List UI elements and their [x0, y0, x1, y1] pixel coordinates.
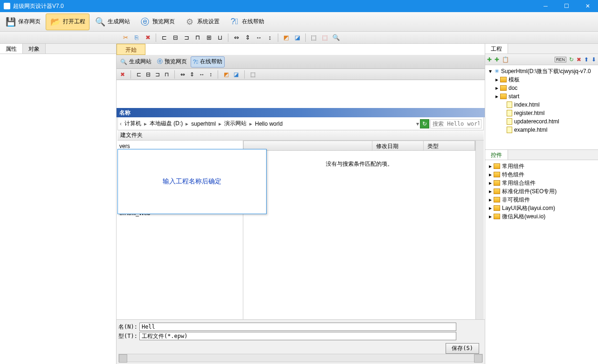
search-small-icon[interactable]: 🔍	[332, 34, 340, 42]
align-left-icon[interactable]: ⊏	[160, 34, 168, 42]
save-dialog-button[interactable]: 保存(S)	[446, 343, 479, 354]
tab-objects[interactable]: 对象	[23, 44, 46, 54]
tab-properties[interactable]: 属性	[0, 44, 23, 54]
help-icon: ?⃝	[229, 16, 240, 27]
generate-site-button[interactable]: 🔍 生成网站	[90, 13, 134, 30]
left-panel: 属性 对象	[0, 44, 117, 364]
filetype-select[interactable]	[139, 332, 456, 340]
breadcrumb-back-icon[interactable]: ‹	[120, 121, 122, 127]
inner-preview-button[interactable]: ⓔ预览网页	[155, 56, 189, 67]
inner-toolbar: 🔍生成网站 ⓔ预览网页 ?⃝在线帮助	[117, 55, 485, 69]
sub-toolbar: ✂ ⎘ ✖ ⊏ ⊟ ⊐ ⊓ ⊞ ⊔ ⇔ ⇕ ↔ ↕ ◩ ◪ ⬚ ⬚ 🔍	[0, 32, 598, 44]
bring-front-icon[interactable]: ◩	[282, 34, 290, 42]
add-icon[interactable]: ✚	[487, 56, 492, 63]
horizontal-scrollbar[interactable]	[118, 354, 483, 362]
front2-icon[interactable]: ◩	[224, 71, 229, 78]
project-tree[interactable]: ▾✳SuperHtml(D:\微当下载\cjwysjq-v7.0▸模板▸doc▸…	[485, 65, 598, 136]
delete-icon[interactable]: ✖	[144, 34, 152, 42]
breadcrumb: ‹ 计算机▸ 本地磁盘 (D:)▸ superhtml▸ 演示网站▸ Hello…	[117, 117, 484, 130]
copy-icon[interactable]: ⎘	[132, 34, 141, 42]
same-h2-icon[interactable]: ↕	[209, 71, 212, 78]
window-title: 超级网页设计器V7.0	[13, 2, 535, 10]
maximize-button[interactable]: ☐	[556, 0, 577, 12]
folder-open-icon: 📂	[50, 16, 61, 27]
inner-generate-button[interactable]: 🔍生成网站	[118, 56, 153, 67]
refresh-button[interactable]: ↻	[420, 119, 429, 128]
col-type[interactable]: 类型	[424, 141, 475, 150]
breadcrumb-item[interactable]: 演示网站	[222, 119, 248, 128]
breadcrumb-item[interactable]: 本地磁盘 (D:)	[148, 119, 185, 128]
up-icon[interactable]: ⬆	[584, 56, 589, 63]
dialog-name-header: 名称	[117, 108, 485, 117]
tab-start[interactable]: 开始	[117, 44, 145, 55]
align-l2-icon[interactable]: ⊏	[137, 71, 141, 78]
close-button[interactable]: ✕	[577, 0, 598, 12]
type-label: 型(T):	[118, 332, 137, 340]
same-w2-icon[interactable]: ↔	[199, 71, 205, 78]
save-icon: 💾	[5, 16, 16, 27]
same-width-icon[interactable]: ↔	[254, 34, 263, 42]
align-middle-icon[interactable]: ⊞	[205, 34, 213, 42]
new-folder-bar[interactable]: 建文件夹	[117, 130, 484, 141]
refresh-proj-icon[interactable]: ↻	[569, 56, 574, 63]
align-right-icon[interactable]: ⊐	[182, 34, 191, 42]
ie-icon: ⓔ	[139, 16, 151, 27]
breadcrumb-item[interactable]: 计算机	[123, 119, 143, 128]
down-icon[interactable]: ⬇	[591, 56, 596, 63]
search-input[interactable]	[430, 119, 481, 128]
ungroup-icon[interactable]: ⬚	[321, 34, 329, 42]
filename-input[interactable]	[139, 323, 456, 331]
send-back-icon[interactable]: ◪	[293, 34, 302, 42]
paste-icon[interactable]: 📋	[502, 56, 509, 63]
back2-icon[interactable]: ◪	[234, 71, 239, 78]
group2-icon[interactable]: ⬚	[250, 71, 255, 78]
breadcrumb-item[interactable]: Hello world	[253, 120, 284, 128]
preview-page-button[interactable]: ⓔ 预览网页	[135, 13, 179, 30]
breadcrumb-item[interactable]: superhtml	[189, 120, 218, 128]
cut-icon[interactable]: ✂	[121, 34, 130, 42]
distribute-v-icon[interactable]: ⇕	[243, 34, 252, 42]
save-page-button[interactable]: 💾 保存网页	[1, 13, 45, 30]
file-columns: 修改日期 类型	[243, 141, 475, 151]
align-r2-icon[interactable]: ⊐	[155, 71, 160, 78]
same-height-icon[interactable]: ↕	[266, 34, 274, 42]
align-bottom-icon[interactable]: ⊔	[216, 34, 224, 42]
settings-button[interactable]: ⚙ 系统设置	[180, 13, 224, 30]
tab-project[interactable]: 工程	[485, 44, 508, 54]
align-top-icon[interactable]: ⊓	[193, 34, 202, 42]
tooltip-balloon: 输入工程名称后确定	[117, 149, 267, 214]
dist-h2-icon[interactable]: ⇔	[180, 71, 185, 78]
help-button[interactable]: ?⃝ 在线帮助	[225, 13, 268, 30]
inner-toolbar2: ✖ ⊏ ⊟ ⊐ ⊓ ⇔ ⇕ ↔ ↕ ◩ ◪ ⬚	[117, 69, 485, 80]
align-c2-icon[interactable]: ⊟	[146, 71, 151, 78]
open-project-button[interactable]: 📂 打开工程	[46, 13, 89, 30]
titlebar: 超级网页设计器V7.0 ─ ☐ ✕	[0, 0, 598, 12]
project-toolbar: ✚ ✚ 📋 REN ↻ ✖ ⬆ ⬇	[485, 54, 598, 65]
name-label: 名(N):	[118, 323, 137, 331]
delete-icon-2[interactable]: ✖	[120, 71, 125, 78]
col-mod-date[interactable]: 修改日期	[372, 141, 424, 150]
dist-v2-icon[interactable]: ⇕	[190, 71, 194, 78]
save-form: 名(N): 型(T): 保存(S)	[117, 319, 485, 364]
distribute-h-icon[interactable]: ⇔	[232, 34, 241, 42]
controls-tree[interactable]: ▸常用组件▸特色组件▸常用组合组件▸标准化组件(SEO专用)▸非可视组件▸Lay…	[485, 160, 598, 222]
rename-icon[interactable]: REN	[555, 57, 566, 62]
align-center-h-icon[interactable]: ⊟	[171, 34, 179, 42]
add-folder-icon[interactable]: ✚	[495, 56, 499, 63]
file-list-empty: 没有与搜索条件匹配的项。	[243, 151, 475, 319]
inner-help-button[interactable]: ?⃝在线帮助	[191, 56, 225, 67]
minimize-button[interactable]: ─	[535, 0, 556, 12]
delete-proj-icon[interactable]: ✖	[577, 56, 581, 63]
align-t2-icon[interactable]: ⊓	[165, 71, 169, 78]
vertical-scrollbar[interactable]	[475, 141, 484, 319]
group-icon[interactable]: ⬚	[309, 34, 318, 42]
app-icon	[4, 3, 10, 9]
globe-icon: 🔍	[95, 16, 106, 27]
gear-icon: ⚙	[184, 16, 195, 27]
main-toolbar: 💾 保存网页 📂 打开工程 🔍 生成网站 ⓔ 预览网页 ⚙ 系统设置 ?⃝ 在线…	[0, 12, 598, 32]
right-panel: 工程 ✚ ✚ 📋 REN ↻ ✖ ⬆ ⬇ ▾✳SuperHtml(D:\微当下载…	[485, 44, 598, 364]
tab-controls[interactable]: 控件	[485, 150, 508, 160]
